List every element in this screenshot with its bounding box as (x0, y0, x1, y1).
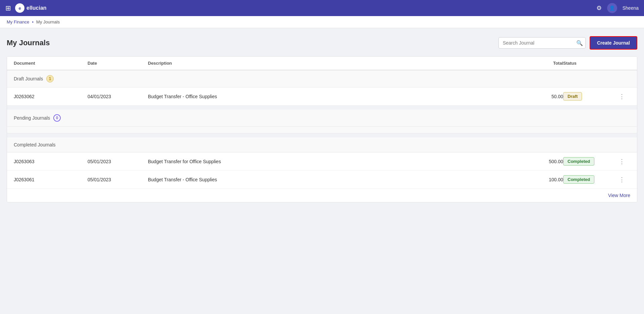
cell-document: J0263061 (14, 177, 88, 182)
status-badge: Draft (563, 92, 582, 101)
breadcrumb: My Finance ● My Journals (0, 16, 644, 28)
cell-total: 500.00 (516, 159, 563, 164)
completed-journals-section-header: Completed Journals (7, 137, 637, 152)
logo-circle: e (15, 3, 24, 13)
search-container: 🔍 (498, 37, 586, 49)
row-more-button[interactable]: ⋮ (617, 158, 627, 165)
cell-more[interactable]: ⋮ (617, 158, 630, 165)
table-header: Document Date Description Total Status (7, 57, 637, 70)
cell-date: 05/01/2023 (88, 177, 148, 182)
top-navigation: ⊞ e ellucian ⚙ 👤 Sheena (0, 0, 644, 16)
breadcrumb-current: My Journals (36, 19, 60, 24)
cell-status: Completed (563, 175, 617, 184)
col-header-status: Status (563, 61, 617, 66)
col-header-total: Total (516, 61, 563, 66)
row-more-button[interactable]: ⋮ (617, 176, 627, 183)
cell-total: 100.00 (516, 177, 563, 182)
table-row: J0263061 05/01/2023 Budget Transfer - Of… (7, 171, 637, 189)
cell-description: Budget Transfer for Office Supplies (148, 159, 516, 164)
user-avatar[interactable]: 👤 (607, 3, 617, 13)
cell-status: Draft (563, 92, 617, 101)
brand-logo[interactable]: e ellucian (15, 3, 47, 13)
pending-journals-section-header: Pending Journals 0 (7, 110, 637, 127)
draft-count-badge: 1 (46, 75, 54, 82)
gear-icon[interactable]: ⚙ (596, 4, 602, 12)
page-title: My Journals (7, 39, 50, 47)
completed-section-label: Completed Journals (14, 142, 56, 147)
page-content: My Journals 🔍 Create Journal Document Da… (0, 28, 644, 210)
pending-empty-spacer (7, 127, 637, 133)
status-badge: Completed (563, 157, 594, 166)
nav-left: ⊞ e ellucian (5, 3, 47, 13)
row-more-button[interactable]: ⋮ (617, 93, 627, 100)
cell-status: Completed (563, 157, 617, 166)
section-spacer-2 (7, 133, 637, 137)
view-more-link[interactable]: View More (608, 193, 630, 198)
search-input[interactable] (498, 37, 586, 49)
cell-document: J0263062 (14, 94, 88, 99)
table-row: J0263063 05/01/2023 Budget Transfer for … (7, 152, 637, 171)
username-label[interactable]: Sheena (623, 5, 639, 11)
view-more-row: View More (7, 189, 637, 202)
col-header-actions (617, 61, 630, 66)
breadcrumb-separator: ● (32, 20, 34, 23)
page-header: My Journals 🔍 Create Journal (7, 36, 637, 50)
search-button[interactable]: 🔍 (576, 40, 583, 46)
table-row: J0263062 04/01/2023 Budget Transfer - Of… (7, 87, 637, 106)
breadcrumb-parent-link[interactable]: My Finance (7, 19, 29, 24)
cell-description: Budget Transfer - Office Supplies (148, 177, 516, 182)
cell-total: 50.00 (516, 94, 563, 99)
cell-date: 05/01/2023 (88, 159, 148, 164)
col-header-description: Description (148, 61, 516, 66)
col-header-document: Document (14, 61, 88, 66)
grid-menu-icon[interactable]: ⊞ (5, 4, 11, 12)
draft-journals-section-header: Draft Journals 1 (7, 70, 637, 87)
cell-document: J0263063 (14, 159, 88, 164)
header-actions: 🔍 Create Journal (498, 36, 637, 50)
journals-table: Document Date Description Total Status D… (7, 56, 637, 202)
logo-letter: e (18, 6, 21, 11)
pending-section-label: Pending Journals (14, 115, 50, 121)
brand-name: ellucian (26, 5, 47, 11)
section-spacer-1 (7, 106, 637, 110)
status-badge: Completed (563, 175, 594, 184)
cell-description: Budget Transfer - Office Supplies (148, 94, 516, 99)
pending-count-badge: 0 (53, 114, 61, 122)
create-journal-button[interactable]: Create Journal (590, 36, 637, 50)
draft-section-label: Draft Journals (14, 76, 43, 81)
col-header-date: Date (88, 61, 148, 66)
cell-more[interactable]: ⋮ (617, 176, 630, 183)
nav-right: ⚙ 👤 Sheena (596, 3, 639, 13)
cell-date: 04/01/2023 (88, 94, 148, 99)
cell-more[interactable]: ⋮ (617, 93, 630, 100)
